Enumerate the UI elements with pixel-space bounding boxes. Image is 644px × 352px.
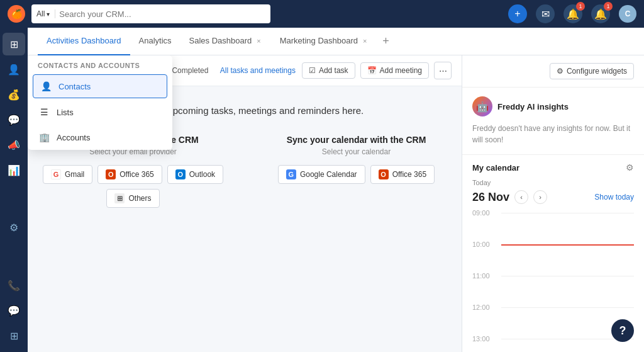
- calendar-sync-title: Sync your calendar with the CRM: [264, 135, 449, 145]
- google-calendar-button[interactable]: G Google Calendar: [278, 165, 365, 184]
- add-task-label: Add task: [319, 66, 348, 75]
- inbox-icon: 💬: [8, 114, 20, 126]
- topbar-actions: + ✉ 🔔 1 🔔 1 C: [508, 4, 636, 23]
- lists-dropdown-icon: ☰: [38, 106, 50, 118]
- time-slot-0900: 09:00: [472, 213, 634, 244]
- show-today-link[interactable]: Show today: [594, 193, 634, 202]
- tabs-bar: Activities Dashboard Analytics Sales Das…: [28, 28, 644, 55]
- app-logo[interactable]: 🍊: [8, 5, 25, 23]
- time-label-1100: 11:00: [472, 272, 495, 280]
- tab-activities-dashboard[interactable]: Activities Dashboard: [38, 28, 130, 55]
- help-icon: ?: [619, 324, 626, 338]
- content-area: Activities Dashboard Analytics Sales Das…: [28, 28, 644, 352]
- topbar: 🍊 All ▾ + ✉ 🔔 1 🔔 1 C: [0, 0, 644, 28]
- ai-insights-header: 🤖 Freddy AI insights: [472, 96, 634, 116]
- office365-calendar-icon: O: [379, 169, 389, 179]
- dropdown-accounts-item[interactable]: 🏢 Accounts: [28, 125, 172, 150]
- sidebar-item-reports[interactable]: 📊: [3, 159, 25, 181]
- office365-calendar-button[interactable]: O Office 365: [370, 165, 435, 184]
- all-tasks-link[interactable]: All tasks and meetings: [220, 66, 296, 75]
- add-meeting-button[interactable]: 📅 Add meeting: [360, 62, 429, 79]
- calendar-prev-button[interactable]: ‹: [514, 190, 528, 204]
- ai-insights-message: Freddy doesn't have any insights for now…: [472, 123, 634, 145]
- tab-sales-dashboard[interactable]: Sales Dashboard ×: [180, 28, 271, 55]
- plus-icon: +: [514, 8, 520, 20]
- time-slot-1000: 10:00: [472, 244, 634, 276]
- sidebar-item-apps[interactable]: ⊞: [3, 324, 25, 347]
- tab-sales-label: Sales Dashboard: [189, 36, 252, 45]
- calendar-sync-card: Sync your calendar with the CRM Select y…: [264, 135, 449, 208]
- help-button[interactable]: ?: [611, 319, 634, 342]
- accounts-dropdown-icon: 🏢: [38, 131, 50, 144]
- contacts-dropdown: CONTACTS AND ACCOUNTS 👤 Contacts ☰ Lists…: [28, 55, 172, 150]
- sidebar-item-campaigns[interactable]: 📣: [3, 133, 25, 156]
- notifications-button[interactable]: 🔔 1: [564, 4, 582, 23]
- contacts-dropdown-icon: 👤: [40, 80, 52, 93]
- lists-dropdown-label: Lists: [57, 108, 74, 117]
- office365-email-label: Office 365: [119, 170, 153, 179]
- add-task-button[interactable]: ☑ Add task: [302, 62, 355, 79]
- sidebar-item-inbox[interactable]: 💬: [3, 108, 25, 131]
- sidebar: ⊞ 👤 💰 💬 📣 📊 ⚙ 📞 💬 ⊞: [0, 28, 28, 352]
- tab-marketing-dashboard[interactable]: Marketing Dashboard ×: [271, 28, 377, 55]
- contacts-icon: 👤: [8, 64, 20, 76]
- accounts-dropdown-label: Accounts: [57, 133, 90, 142]
- outlook-button[interactable]: O Outlook: [167, 165, 223, 184]
- calendar-sync-subtitle: Select your calendar: [264, 147, 449, 156]
- tab-marketing-close[interactable]: ×: [362, 37, 368, 45]
- calendar-header: My calendar ⚙: [472, 162, 634, 173]
- main-layout: ⊞ 👤 💰 💬 📣 📊 ⚙ 📞 💬 ⊞: [0, 28, 644, 352]
- time-label-0900: 09:00: [472, 209, 495, 217]
- configure-widgets-button[interactable]: ⚙ Configure widgets: [550, 63, 634, 79]
- dropdown-lists-item[interactable]: ☰ Lists: [28, 99, 172, 125]
- alerts-button[interactable]: 🔔 1: [591, 4, 610, 23]
- alert-badge: 1: [604, 2, 613, 11]
- sidebar-item-settings[interactable]: ⚙: [3, 217, 25, 239]
- tab-activities-label: Activities Dashboard: [47, 36, 121, 45]
- calendar-date-display: 26 Nov: [472, 191, 509, 204]
- chat-icon: 💬: [8, 305, 20, 317]
- gear-icon: ⚙: [557, 67, 564, 76]
- calendar-title: My calendar: [472, 163, 519, 173]
- tab-add-button[interactable]: +: [377, 33, 394, 50]
- calendar-date-nav: 26 Nov ‹ › Show today: [472, 190, 634, 204]
- tab-marketing-label: Marketing Dashboard: [280, 36, 358, 45]
- others-email-button[interactable]: ⊞ Others: [106, 189, 159, 208]
- time-slots: 09:00 10:00 11:00 12:00: [472, 213, 634, 352]
- tab-analytics[interactable]: Analytics: [130, 28, 180, 55]
- calendar-settings-icon[interactable]: ⚙: [626, 162, 634, 173]
- sidebar-item-chat[interactable]: 💬: [3, 299, 25, 322]
- deals-icon: 💰: [8, 89, 20, 101]
- right-panel: ⚙ Configure widgets 🤖 Freddy AI insights…: [462, 55, 644, 352]
- dropdown-section-title: CONTACTS AND ACCOUNTS: [28, 55, 172, 73]
- time-line-1200: [501, 307, 634, 308]
- add-button[interactable]: +: [508, 4, 527, 23]
- user-avatar[interactable]: C: [619, 5, 636, 23]
- sidebar-item-contacts[interactable]: 👤: [3, 58, 25, 81]
- time-line-1100: [501, 276, 634, 276]
- time-slot-1300: 13:00: [472, 339, 634, 352]
- add-meeting-label: Add meeting: [380, 66, 422, 75]
- apps-icon: ⊞: [10, 330, 18, 342]
- office365-email-icon: O: [106, 169, 116, 179]
- time-label-1200: 12:00: [472, 304, 495, 311]
- more-options-button[interactable]: ⋯: [434, 62, 452, 79]
- sidebar-item-phone[interactable]: 📞: [3, 274, 25, 297]
- dropdown-contacts-item[interactable]: 👤 Contacts: [33, 74, 167, 98]
- sidebar-item-deals[interactable]: 💰: [3, 83, 25, 106]
- tab-sales-close[interactable]: ×: [255, 37, 262, 45]
- outlook-icon: O: [175, 169, 186, 179]
- time-line-0900: [501, 213, 634, 213]
- gmail-button[interactable]: G Gmail: [43, 165, 92, 184]
- current-time-indicator: [501, 244, 634, 246]
- task-bar-right: ☑ Add task 📅 Add meeting ⋯: [302, 62, 452, 79]
- office365-email-button[interactable]: O Office 365: [97, 165, 162, 184]
- mail-button[interactable]: ✉: [536, 4, 555, 23]
- search-filter-label: All: [36, 9, 45, 18]
- search-filter-dropdown[interactable]: All ▾: [36, 9, 55, 18]
- search-bar: All ▾: [31, 4, 270, 23]
- sidebar-item-home[interactable]: ⊞: [3, 33, 25, 55]
- calendar-next-button[interactable]: ›: [533, 190, 547, 204]
- search-input[interactable]: [59, 9, 265, 19]
- gmail-icon: G: [51, 169, 61, 179]
